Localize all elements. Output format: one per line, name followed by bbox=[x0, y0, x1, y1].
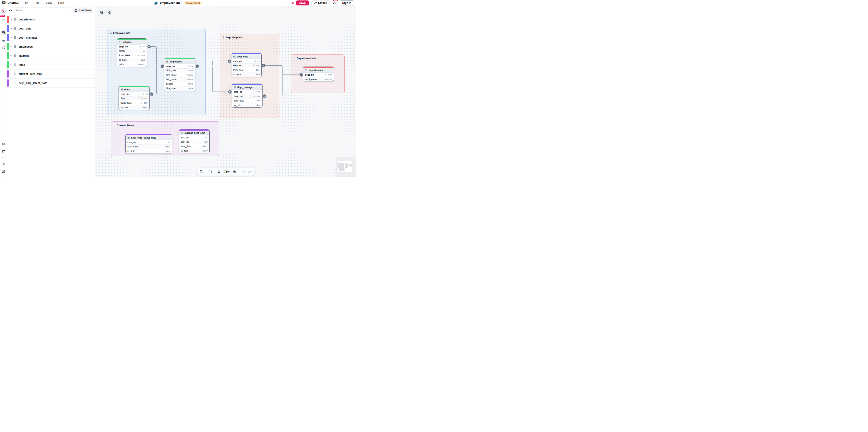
table-row[interactable]: current_dept_emp bbox=[7, 69, 95, 79]
drag-handle-icon[interactable] bbox=[14, 63, 16, 67]
field-row[interactable]: dept_no char bbox=[179, 140, 209, 145]
more-options-icon[interactable] bbox=[90, 36, 92, 40]
snap-magnet-button[interactable] bbox=[106, 9, 113, 16]
areas-panel-icon[interactable] bbox=[1, 44, 6, 50]
embed-button[interactable]: Embed bbox=[311, 0, 330, 5]
table-row[interactable]: dept_manager bbox=[7, 33, 95, 42]
field-row[interactable]: to_date date? bbox=[179, 149, 209, 153]
relationships-panel-icon[interactable] bbox=[1, 37, 6, 43]
zoom-out-button[interactable] bbox=[216, 169, 222, 174]
field-row[interactable]: hire_date date bbox=[164, 86, 195, 91]
field-row[interactable]: dept_no char bbox=[231, 64, 261, 68]
discord-icon[interactable] bbox=[1, 141, 6, 147]
database-name[interactable]: employees-db bbox=[160, 1, 180, 4]
field-row[interactable]: from_date date? bbox=[179, 144, 209, 149]
field-row[interactable]: to_date date? bbox=[119, 105, 149, 110]
field-row[interactable]: emp_no int bbox=[232, 90, 262, 94]
invite-user-button[interactable]: NEW bbox=[332, 1, 338, 5]
table-header[interactable]: dept_emp_latest_date bbox=[126, 135, 172, 140]
field-row[interactable]: emp_no int bbox=[231, 59, 261, 64]
save-diagram-button[interactable] bbox=[199, 169, 204, 174]
diagram-table[interactable]: departments dept_no char dept_name varch… bbox=[303, 66, 334, 82]
field-row[interactable]: title varchar bbox=[119, 96, 149, 101]
more-options-icon[interactable] bbox=[90, 63, 92, 67]
field-row[interactable]: dept_name varchar bbox=[303, 77, 334, 82]
table-header[interactable]: dept_emp bbox=[231, 54, 261, 59]
menu-file[interactable]: File bbox=[24, 1, 28, 4]
field-row[interactable]: from_date date bbox=[231, 68, 261, 72]
field-row[interactable]: dept_no char bbox=[232, 94, 262, 99]
field-row[interactable]: emp_no int bbox=[126, 140, 172, 145]
chevron-down-icon[interactable] bbox=[10, 27, 12, 31]
field-row[interactable]: to_date date? bbox=[126, 149, 172, 154]
diagram-table[interactable]: titles emp_no int title varchar from_dat… bbox=[119, 86, 150, 110]
ai-assistant-button[interactable]: BETA bbox=[1, 16, 6, 23]
minimap[interactable] bbox=[336, 157, 356, 177]
layout-grid-button[interactable] bbox=[98, 9, 104, 16]
diagram-table[interactable]: employees emp_no int birth_date date fir… bbox=[164, 58, 195, 91]
table-row[interactable]: titles bbox=[7, 60, 95, 69]
menu-help[interactable]: Help bbox=[58, 1, 64, 4]
field-row[interactable]: to_date date bbox=[117, 58, 147, 62]
twitter-icon[interactable] bbox=[1, 148, 6, 154]
table-row[interactable]: salaries bbox=[7, 51, 95, 60]
chevron-down-icon[interactable] bbox=[10, 81, 12, 85]
filter-input[interactable] bbox=[13, 7, 71, 13]
drag-handle-icon[interactable] bbox=[14, 45, 16, 49]
table-header[interactable]: departments bbox=[303, 68, 334, 73]
field-row[interactable]: salary int bbox=[117, 49, 147, 54]
more-options-icon[interactable] bbox=[90, 18, 92, 22]
chevron-down-icon[interactable] bbox=[10, 45, 12, 49]
more-options-icon[interactable] bbox=[90, 27, 92, 31]
field-row[interactable]: birth_date date bbox=[164, 69, 195, 73]
diagram-table[interactable]: dept_manager emp_no int dept_no char fro… bbox=[231, 84, 262, 107]
field-row[interactable]: to_date date bbox=[231, 72, 261, 77]
table-row[interactable]: employees bbox=[7, 42, 95, 51]
field-row[interactable]: to_date date bbox=[232, 103, 262, 107]
diagram-table[interactable]: dept_emp emp_no int dept_no char from_da… bbox=[231, 53, 261, 77]
table-header[interactable]: current_dept_emp bbox=[179, 131, 209, 135]
diagram-table[interactable]: dept_emp_latest_date emp_no int from_dat… bbox=[125, 134, 172, 154]
save-button[interactable]: Save bbox=[296, 0, 309, 5]
field-row[interactable]: emp_no int bbox=[179, 135, 209, 140]
chevron-down-icon[interactable] bbox=[10, 54, 12, 58]
more-options-icon[interactable] bbox=[90, 54, 92, 58]
zoom-in-button[interactable] bbox=[232, 169, 237, 174]
field-row[interactable]: last_name varchar bbox=[164, 78, 195, 82]
diagram-table[interactable]: salaries emp_no int salary int from_date… bbox=[117, 38, 147, 67]
field-row[interactable]: price decimal? bbox=[117, 62, 147, 67]
fit-view-button[interactable] bbox=[208, 169, 213, 174]
menu-edit[interactable]: Edit bbox=[34, 1, 39, 4]
drag-handle-icon[interactable] bbox=[14, 54, 16, 58]
field-row[interactable]: emp_no int bbox=[164, 64, 195, 69]
table-row[interactable]: dept_emp_latest_date bbox=[7, 79, 95, 88]
diagram-table[interactable]: current_dept_emp emp_no int dept_no char… bbox=[179, 129, 210, 153]
field-row[interactable]: emp_no int bbox=[117, 44, 147, 49]
docs-book-icon[interactable] bbox=[1, 161, 6, 167]
field-row[interactable]: from_date date bbox=[232, 99, 262, 103]
diagram-canvas[interactable]: Employee Info Dept-Emp Info Department I… bbox=[95, 6, 356, 177]
more-options-icon[interactable] bbox=[90, 45, 92, 49]
redo-button[interactable] bbox=[247, 169, 252, 174]
table-row[interactable]: departments bbox=[7, 15, 95, 24]
more-options-icon[interactable] bbox=[90, 81, 92, 85]
field-row[interactable]: first_name varchar bbox=[164, 73, 195, 78]
table-header[interactable]: salaries bbox=[117, 40, 147, 44]
drag-handle-icon[interactable] bbox=[14, 81, 16, 85]
table-header[interactable]: dept_manager bbox=[232, 85, 262, 90]
field-row[interactable]: from_date date bbox=[117, 53, 147, 58]
chevron-down-icon[interactable] bbox=[10, 63, 12, 67]
drag-handle-icon[interactable] bbox=[14, 18, 16, 22]
drag-handle-icon[interactable] bbox=[14, 27, 16, 31]
chevron-down-icon[interactable] bbox=[10, 18, 12, 22]
table-header[interactable]: titles bbox=[119, 87, 149, 92]
field-row[interactable]: emp_no int bbox=[119, 92, 149, 96]
settings-gear-icon[interactable] bbox=[1, 168, 6, 174]
chevron-down-icon[interactable] bbox=[10, 36, 12, 40]
chartdb-logo[interactable]: ChartDB bbox=[2, 1, 20, 4]
field-row[interactable]: gender enum bbox=[164, 82, 195, 86]
field-row[interactable]: from_date date bbox=[119, 101, 149, 105]
drag-handle-icon[interactable] bbox=[14, 36, 16, 40]
table-row[interactable]: dept_emp bbox=[7, 24, 95, 33]
menu-view[interactable]: View bbox=[45, 1, 52, 4]
